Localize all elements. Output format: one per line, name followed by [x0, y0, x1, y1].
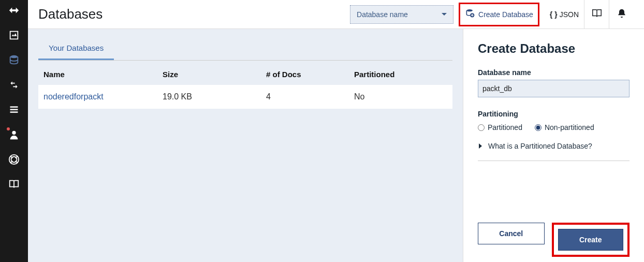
- database-listing: Your Databases Name Size # of Docs Parti…: [28, 29, 463, 262]
- radio-nonpartitioned-label: Non-partitioned: [545, 123, 594, 132]
- main-area: Databases Database name Create Database …: [28, 0, 644, 262]
- table-row[interactable]: noderedforpackt 19.0 KB 4 No: [38, 85, 452, 109]
- nav-monitoring-icon[interactable]: [8, 29, 20, 41]
- col-header-docs: # of Docs: [266, 70, 354, 79]
- nav-docs-icon[interactable]: [8, 178, 20, 191]
- create-button-highlight: Create: [552, 223, 630, 257]
- svg-point-0: [10, 55, 18, 59]
- page-title: Databases: [38, 6, 103, 22]
- nav-sidebar: [0, 0, 28, 262]
- db-docs-cell: 4: [266, 92, 354, 101]
- nav-active-tasks-icon[interactable]: [8, 104, 20, 116]
- cancel-button[interactable]: Cancel: [478, 223, 545, 244]
- nav-expand-icon[interactable]: [8, 4, 20, 17]
- create-database-panel: Create Database Database name Partitioni…: [463, 29, 644, 262]
- col-header-partitioned: Partitioned: [354, 70, 447, 79]
- database-add-icon: [465, 8, 475, 20]
- chevron-right-icon: [478, 142, 483, 150]
- db-name-field-label: Database name: [478, 68, 630, 77]
- create-database-label: Create Database: [478, 10, 533, 19]
- bell-icon: [617, 8, 627, 21]
- book-icon: [591, 8, 603, 21]
- svg-rect-2: [10, 109, 18, 110]
- tab-row: Your Databases: [38, 35, 452, 61]
- db-size-cell: 19.0 KB: [163, 92, 266, 101]
- partitioning-label: Partitioning: [478, 110, 630, 118]
- db-name-selector[interactable]: Database name: [350, 5, 453, 24]
- table-header: Name Size # of Docs Partitioned: [38, 61, 452, 85]
- svg-point-4: [12, 131, 16, 135]
- col-header-size: Size: [163, 70, 266, 79]
- radio-partitioned-label: Partitioned: [488, 123, 522, 132]
- db-name-input[interactable]: [478, 80, 630, 97]
- help-link-label: What is a Partitioned Database?: [488, 142, 592, 150]
- braces-icon: { }: [550, 10, 558, 19]
- nav-databases-icon[interactable]: [8, 54, 20, 66]
- notifications-link[interactable]: [609, 0, 634, 29]
- nav-account-icon[interactable]: [8, 128, 20, 141]
- docs-link[interactable]: [584, 0, 609, 29]
- db-partitioned-cell: No: [354, 92, 447, 101]
- svg-rect-1: [10, 106, 18, 108]
- json-label: JSON: [560, 10, 579, 19]
- radio-partitioned[interactable]: Partitioned: [478, 123, 522, 132]
- col-header-name: Name: [43, 70, 163, 79]
- create-database-button[interactable]: Create Database: [459, 3, 539, 26]
- create-button[interactable]: Create: [558, 229, 624, 251]
- radio-nonpartitioned-input[interactable]: [535, 124, 541, 131]
- caret-down-icon: [442, 10, 447, 19]
- radio-partitioned-input[interactable]: [478, 124, 485, 131]
- db-selector-label: Database name: [357, 10, 408, 19]
- svg-point-5: [466, 9, 473, 11]
- db-name-link[interactable]: noderedforpackt: [43, 92, 163, 101]
- nav-support-icon[interactable]: [8, 153, 20, 166]
- header-bar: Databases Database name Create Database …: [28, 0, 644, 29]
- nav-replication-icon[interactable]: [8, 79, 20, 91]
- panel-title: Create Database: [478, 41, 630, 56]
- json-link[interactable]: { } JSON: [545, 0, 584, 29]
- radio-non-partitioned[interactable]: Non-partitioned: [535, 123, 594, 132]
- content-area: Your Databases Name Size # of Docs Parti…: [28, 29, 644, 262]
- partitioning-radio-group: Partitioned Non-partitioned: [478, 123, 630, 132]
- tab-your-databases[interactable]: Your Databases: [38, 35, 114, 60]
- svg-rect-3: [10, 111, 18, 113]
- partitioned-help-link[interactable]: What is a Partitioned Database?: [478, 142, 630, 161]
- panel-actions: Cancel Create: [478, 223, 630, 257]
- notification-dot-icon: [7, 127, 10, 130]
